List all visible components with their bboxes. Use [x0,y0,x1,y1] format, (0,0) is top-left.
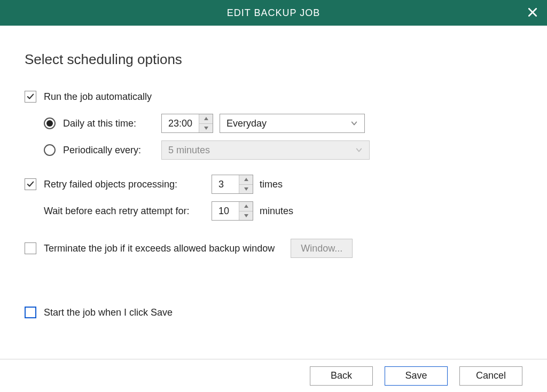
back-button-label: Back [331,370,352,381]
checkbox-run-automatically[interactable] [25,91,36,103]
wait-minutes-spinner [239,202,253,220]
wait-minutes-value: 10 [212,202,239,220]
radio-periodically[interactable] [44,144,56,156]
row-daily: Daily at this time: 23:00 Everyday [25,114,522,133]
dropdown-interval: 5 minutes [161,140,370,160]
row-retry: Retry failed objects processing: 3 times [25,175,522,194]
save-button-label: Save [405,370,427,381]
retry-count-spinner [239,175,253,193]
dropdown-recurrence-value: Everyday [226,118,267,129]
wait-suffix: minutes [260,206,293,217]
wait-minutes-input[interactable]: 10 [212,201,253,221]
time-spin-up-icon[interactable] [199,114,213,123]
window-title: EDIT BACKUP JOB [227,7,320,19]
retry-count-value: 3 [212,175,239,193]
row-periodically: Periodically every: 5 minutes [25,140,522,160]
chevron-down-icon [350,120,358,127]
label-start-now: Start the job when I click Save [44,307,173,318]
dropdown-recurrence[interactable]: Everyday [220,114,365,133]
radio-daily[interactable] [44,117,56,129]
retry-count-up-icon[interactable] [239,175,253,184]
wait-down-icon[interactable] [239,211,253,221]
label-wait: Wait before each retry attempt for: [44,206,204,217]
label-run-automatically: Run the job automatically [44,91,152,103]
checkbox-start-now[interactable] [25,307,36,318]
checkbox-retry[interactable] [25,178,36,190]
time-spin-down-icon[interactable] [199,123,213,133]
retry-count-down-icon[interactable] [239,184,253,194]
time-spinner [199,114,213,132]
window-button-label: Window... [301,243,342,254]
checkbox-terminate[interactable] [25,242,36,254]
label-periodically: Periodically every: [63,145,154,156]
titlebar: EDIT BACKUP JOB [0,0,547,26]
retry-count-input[interactable]: 3 [212,175,253,194]
chevron-down-icon [355,146,363,154]
cancel-button-label: Cancel [476,370,506,381]
save-button[interactable]: Save [385,366,448,386]
dropdown-interval-value: 5 minutes [168,145,210,156]
label-daily: Daily at this time: [63,118,154,129]
time-input[interactable]: 23:00 [161,114,213,133]
retry-suffix: times [260,179,283,190]
window-button: Window... [291,239,353,258]
row-run-automatically: Run the job automatically [25,87,522,106]
row-wait: Wait before each retry attempt for: 10 m… [25,201,522,221]
label-retry: Retry failed objects processing: [44,179,204,190]
close-icon[interactable] [528,6,537,19]
time-value: 23:00 [162,114,199,132]
cancel-button[interactable]: Cancel [459,366,522,386]
back-button[interactable]: Back [310,366,373,386]
content-area: Select scheduling options Run the job au… [0,26,547,322]
footer: Back Save Cancel [0,359,547,392]
row-terminate: Terminate the job if it exceeds allowed … [25,239,522,258]
label-terminate: Terminate the job if it exceeds allowed … [44,243,275,254]
wait-up-icon[interactable] [239,202,253,211]
page-title: Select scheduling options [25,51,522,68]
row-start-now: Start the job when I click Save [25,303,522,322]
